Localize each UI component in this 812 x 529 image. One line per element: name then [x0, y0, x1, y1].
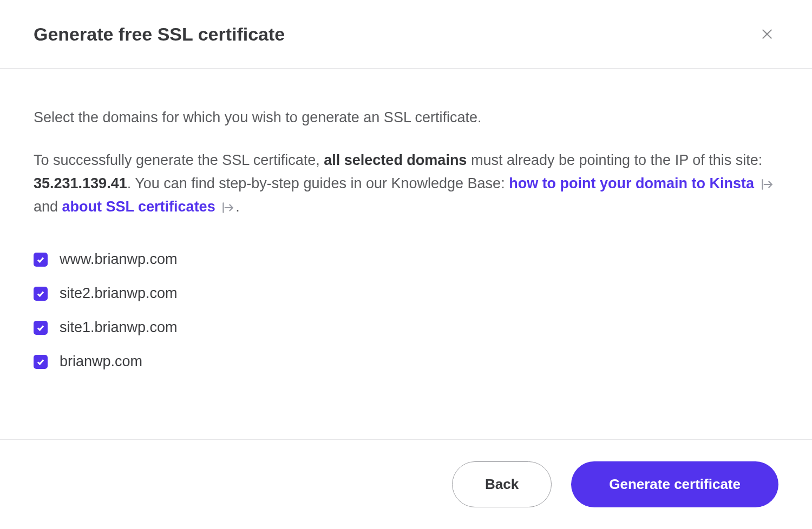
intro-text: Select the domains for which you wish to… [34, 107, 778, 129]
link-about-ssl[interactable]: about SSL certificates [62, 199, 215, 215]
domain-row: brianwp.com [34, 353, 778, 370]
info-bold-domains: all selected domains [324, 152, 467, 168]
info-mid2: . You can find step-by-step guides in ou… [127, 175, 509, 191]
domain-checkbox[interactable] [34, 253, 48, 267]
domain-label: site1.brianwp.com [60, 319, 178, 336]
info-period: . [235, 199, 240, 215]
domain-checkbox[interactable] [34, 321, 48, 335]
modal-footer: Back Generate certificate [0, 439, 812, 529]
info-text: To successfully generate the SSL certifi… [34, 149, 778, 219]
generate-certificate-button[interactable]: Generate certificate [571, 461, 778, 507]
info-mid1: must already be pointing to the IP of th… [467, 152, 762, 168]
domain-label: site2.brianwp.com [60, 285, 178, 302]
domain-row: www.brianwp.com [34, 251, 778, 268]
check-icon [36, 255, 45, 264]
close-icon [760, 27, 774, 41]
info-prefix: To successfully generate the SSL certifi… [34, 152, 324, 168]
check-icon [36, 289, 45, 298]
domain-list: www.brianwp.com site2.brianwp.com site1.… [34, 251, 778, 370]
back-button[interactable]: Back [452, 461, 552, 507]
close-button[interactable] [756, 23, 778, 45]
link-point-domain[interactable]: how to point your domain to Kinsta [509, 175, 754, 191]
domain-checkbox[interactable] [34, 355, 48, 369]
domain-checkbox[interactable] [34, 287, 48, 301]
domain-label: www.brianwp.com [60, 251, 178, 268]
info-ip: 35.231.139.41 [34, 175, 127, 191]
check-icon [36, 358, 45, 366]
domain-row: site2.brianwp.com [34, 285, 778, 302]
check-icon [36, 323, 45, 332]
info-and: and [34, 199, 62, 215]
modal-header: Generate free SSL certificate [0, 0, 812, 69]
modal-body: Select the domains for which you wish to… [0, 69, 812, 439]
external-link-icon [759, 178, 774, 190]
modal-title: Generate free SSL certificate [34, 24, 285, 45]
external-link-icon [220, 202, 234, 214]
domain-row: site1.brianwp.com [34, 319, 778, 336]
domain-label: brianwp.com [60, 353, 142, 370]
